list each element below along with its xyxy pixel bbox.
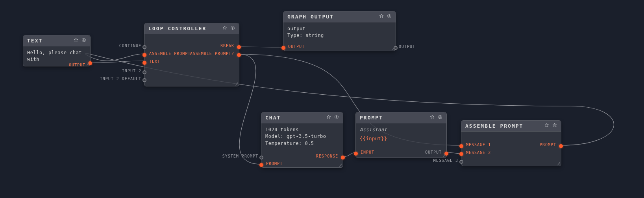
node-title: LOOP CONTROLLER xyxy=(148,26,206,31)
port-input2-label: INPUT 2 xyxy=(122,69,141,73)
node-body: output Type: string xyxy=(283,22,396,43)
port-message-1-label: MESSAGE 1 xyxy=(466,143,491,147)
gear-icon[interactable] xyxy=(81,38,86,44)
port-assemble-prompt-in-label: ASSEMBLE PROMPT xyxy=(149,51,191,56)
port-text-in[interactable] xyxy=(142,61,146,65)
graph-canvas[interactable]: TEXT Hello, please chat with OUTPUT LOOP… xyxy=(0,0,644,198)
port-input2-default[interactable] xyxy=(142,78,146,82)
resize-handle[interactable] xyxy=(234,81,238,85)
port-prompt-in-label: PROMPT xyxy=(266,161,283,166)
chat-tokens: 1024 tokens xyxy=(265,126,339,133)
node-body: Assistant {{input}} xyxy=(356,123,446,147)
port-input2[interactable] xyxy=(142,70,146,74)
port-input-label: INPUT xyxy=(361,150,374,154)
port-prompt-out-label: PROMPT xyxy=(540,143,556,147)
node-body xyxy=(461,132,561,139)
prompt-template: {{input}} xyxy=(360,136,442,142)
port-assemble-prompt-out-label: ASSEMBLE PROMPT? xyxy=(190,51,234,56)
svg-point-5 xyxy=(554,125,555,126)
gear-icon[interactable] xyxy=(334,115,339,121)
port-message-3-label: MESSAGE 3 xyxy=(433,158,458,163)
resize-handle[interactable] xyxy=(338,163,342,167)
node-body xyxy=(144,34,239,41)
pin-icon[interactable] xyxy=(326,115,331,121)
port-assemble-prompt-in[interactable] xyxy=(142,53,146,57)
port-input[interactable] xyxy=(354,152,358,156)
port-output-label: OUTPUT xyxy=(425,150,442,154)
node-title: ASSEMBLE PROMPT xyxy=(465,123,523,129)
chat-model: Model: gpt-3.5-turbo xyxy=(265,133,339,140)
node-text[interactable]: TEXT Hello, please chat with OUTPUT xyxy=(23,35,91,66)
port-prompt-in[interactable] xyxy=(259,163,263,167)
pin-icon[interactable] xyxy=(379,14,384,20)
port-output-out-label: OUTPUT xyxy=(399,44,415,49)
svg-point-0 xyxy=(83,40,85,41)
node-header[interactable]: CHAT xyxy=(261,112,343,123)
pin-icon[interactable] xyxy=(430,115,435,121)
graph-output-name: output xyxy=(287,26,392,32)
gear-icon[interactable] xyxy=(438,115,442,121)
port-assemble-prompt-out[interactable] xyxy=(237,53,241,57)
port-message-3[interactable] xyxy=(459,160,463,164)
port-response[interactable] xyxy=(341,156,345,160)
svg-point-3 xyxy=(336,117,337,118)
node-body: 1024 tokens Model: gpt-3.5-turbo Tempera… xyxy=(261,123,343,151)
pin-icon[interactable] xyxy=(74,38,78,44)
node-assemble-prompt[interactable]: ASSEMBLE PROMPT MESSAGE 1 MESSAGE 2 MESS… xyxy=(461,120,561,166)
graph-output-type: Type: string xyxy=(287,32,392,39)
port-text-in-label: TEXT xyxy=(149,59,160,64)
node-graph-output[interactable]: GRAPH OUTPUT output Type: string OUTPUT … xyxy=(283,11,396,51)
resize-handle[interactable] xyxy=(391,46,395,50)
node-header[interactable]: LOOP CONTROLLER xyxy=(144,23,239,34)
port-system-prompt-label: SYSTEM PROMPT xyxy=(222,154,258,158)
port-system-prompt[interactable] xyxy=(259,156,263,160)
node-header[interactable]: TEXT xyxy=(23,35,90,46)
port-continue[interactable] xyxy=(142,45,146,49)
port-message-2[interactable] xyxy=(459,152,463,156)
port-message-2-label: MESSAGE 2 xyxy=(466,150,491,155)
node-title: PROMPT xyxy=(360,115,383,121)
prompt-role: Assistant xyxy=(360,126,442,133)
gear-icon[interactable] xyxy=(552,123,557,129)
pin-icon[interactable] xyxy=(544,123,549,129)
node-title: CHAT xyxy=(265,115,281,121)
node-title: TEXT xyxy=(27,38,43,44)
pin-icon[interactable] xyxy=(222,26,227,31)
port-break[interactable] xyxy=(237,45,241,49)
gear-icon[interactable] xyxy=(387,14,392,20)
node-chat[interactable]: CHAT 1024 tokens Model: gpt-3.5-turbo Te… xyxy=(261,112,343,168)
node-title: GRAPH OUTPUT xyxy=(287,14,334,20)
port-output-in-label: OUTPUT xyxy=(288,44,305,49)
node-header[interactable]: ASSEMBLE PROMPT xyxy=(461,121,561,132)
port-continue-label: CONTINUE xyxy=(119,44,141,48)
svg-point-2 xyxy=(389,16,390,17)
resize-handle[interactable] xyxy=(85,61,89,65)
node-loop-controller[interactable]: LOOP CONTROLLER CONTINUE ASSEMBLE PROMPT… xyxy=(144,23,239,86)
resize-handle[interactable] xyxy=(442,153,446,157)
svg-point-4 xyxy=(440,117,441,118)
gear-icon[interactable] xyxy=(230,26,235,31)
node-prompt[interactable]: PROMPT Assistant {{input}} INPUT OUTPUT xyxy=(355,112,447,158)
port-break-label: BREAK xyxy=(220,44,234,48)
port-input2-default-label: INPUT 2 DEFAULT xyxy=(100,77,141,81)
port-output-label: OUTPUT xyxy=(69,63,85,67)
port-prompt-out[interactable] xyxy=(559,144,563,148)
port-output-in[interactable] xyxy=(281,46,285,50)
port-response-label: RESPONSE xyxy=(316,154,338,158)
resize-handle[interactable] xyxy=(556,161,560,165)
chat-temp: Temperature: 0.5 xyxy=(265,140,339,147)
node-header[interactable]: GRAPH OUTPUT xyxy=(283,11,396,22)
svg-point-1 xyxy=(232,28,233,29)
port-message-1[interactable] xyxy=(459,144,463,148)
node-header[interactable]: PROMPT xyxy=(356,112,446,123)
text-content: Hello, please chat with xyxy=(27,50,82,62)
